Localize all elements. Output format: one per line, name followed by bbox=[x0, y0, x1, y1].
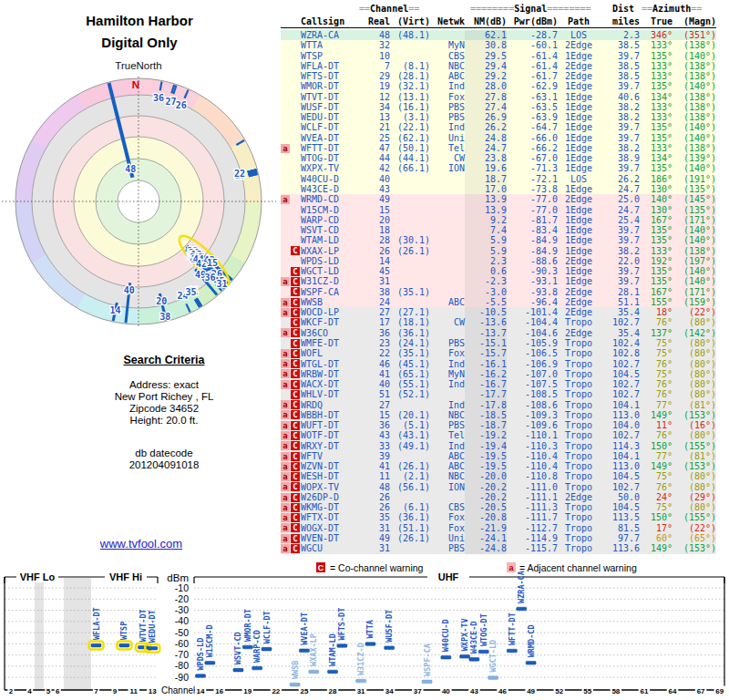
cell-distance: 81.5 bbox=[600, 523, 640, 533]
adjacent-channel-marker: a bbox=[281, 513, 290, 522]
cell-azimuth-magnetic: (140°) bbox=[673, 163, 716, 173]
cell-network: Fox bbox=[430, 523, 465, 533]
cell-azimuth-magnetic: (153°) bbox=[673, 410, 716, 420]
cell-callsign: WTGL-DT bbox=[301, 359, 366, 369]
cell-power-dbm: -111.0 bbox=[507, 482, 558, 492]
cell-path: Tropo bbox=[558, 533, 600, 543]
warning-markers bbox=[281, 30, 301, 40]
cell-path: 1Edge bbox=[558, 246, 600, 256]
dbm-tick-label: -60 bbox=[175, 638, 189, 649]
cell-azimuth-magnetic: (351°) bbox=[673, 30, 716, 40]
cell-real-channel: 32 bbox=[366, 40, 390, 50]
cell-power-dbm: -61.4 bbox=[507, 51, 558, 61]
co-channel-marker: C bbox=[291, 523, 300, 532]
cell-distance: 39.7 bbox=[600, 163, 640, 173]
tvfool-link[interactable]: www.tvfool.com bbox=[100, 537, 182, 551]
signal-bar bbox=[441, 655, 451, 659]
table-row: WZRA-CA48(48.1)62.1-28.7LOS2.3346°(351°) bbox=[281, 30, 716, 40]
table-row: WMOR-DT19(32.1)Ind28.0-62.91Edge39.7135°… bbox=[281, 81, 716, 91]
cell-azimuth-true: 140° bbox=[640, 194, 673, 204]
cell-nm-db: 29.4 bbox=[465, 61, 507, 71]
hdr-callsign: Callsign bbox=[301, 16, 366, 26]
adjacent-channel-marker: a bbox=[281, 195, 290, 204]
adjacent-channel-marker: a bbox=[281, 277, 290, 286]
cell-azimuth-magnetic: (80°) bbox=[673, 471, 716, 481]
table-row: WTOG-DT44(44.1)CW23.8-67.01Edge38.9134°(… bbox=[281, 153, 716, 163]
cell-network: Fox bbox=[430, 348, 465, 358]
header-dist-group: Dist bbox=[612, 4, 634, 14]
cell-real-channel: 10 bbox=[366, 51, 390, 61]
cell-path: 1Edge bbox=[558, 81, 600, 91]
cell-nm-db: 26.2 bbox=[465, 122, 507, 132]
warning-markers: aC bbox=[281, 482, 301, 492]
signal-bar bbox=[119, 643, 129, 647]
cell-real-channel: 47 bbox=[366, 143, 390, 153]
cell-azimuth-true: 133° bbox=[640, 246, 673, 256]
cell-real-channel: 31 bbox=[366, 276, 390, 286]
vhf-gap-band bbox=[35, 578, 44, 690]
cell-power-dbm: -73.8 bbox=[507, 184, 558, 194]
cell-nm-db: 0.6 bbox=[465, 266, 507, 276]
cell-callsign: WOPX-TV bbox=[301, 482, 366, 492]
cell-azimuth-magnetic: (80°) bbox=[673, 317, 716, 327]
cell-azimuth-true: 135° bbox=[640, 51, 673, 61]
cell-virtual-channel: (32.1) bbox=[390, 81, 430, 91]
warning-markers: C bbox=[281, 317, 301, 327]
cell-real-channel: 36 bbox=[366, 420, 390, 430]
signal-bar bbox=[422, 680, 432, 684]
cell-virtual-channel: (24.1) bbox=[390, 338, 430, 348]
cell-virtual-channel bbox=[390, 215, 430, 225]
cell-network: ABC bbox=[430, 71, 465, 81]
cell-path: 1Edge bbox=[558, 225, 600, 235]
cell-path: 1Edge bbox=[558, 122, 600, 132]
cell-path: Tropo bbox=[558, 482, 600, 492]
cell-power-dbm: -108.6 bbox=[507, 400, 558, 410]
cell-azimuth-true: 76° bbox=[640, 430, 673, 440]
co-channel-marker bbox=[291, 41, 300, 50]
warning-markers: aC bbox=[281, 523, 301, 533]
cell-callsign: WXAX-LP bbox=[301, 246, 366, 256]
cell-callsign: WTSP bbox=[301, 51, 366, 61]
cell-power-dbm: -104.4 bbox=[507, 317, 558, 327]
bar-callsign-label: WFTT-DT bbox=[508, 612, 517, 645]
cell-network: ABC bbox=[430, 451, 465, 461]
cell-network: MyN bbox=[430, 369, 465, 379]
cell-path: 1Edge bbox=[558, 133, 600, 143]
co-channel-marker: C bbox=[291, 421, 300, 430]
cell-azimuth-magnetic: (135°) bbox=[673, 184, 716, 194]
cell-azimuth-true: 133° bbox=[640, 143, 673, 153]
cell-distance: 113.0 bbox=[600, 410, 640, 420]
cell-callsign: WZVN-DT bbox=[301, 461, 366, 471]
cell-distance: 39.7 bbox=[600, 133, 640, 143]
cell-virtual-channel: (3.1) bbox=[390, 112, 430, 122]
cell-nm-db: -20.0 bbox=[465, 471, 507, 481]
cell-nm-db: 5.9 bbox=[465, 246, 507, 256]
table-row: WTSP10CBS29.5-61.41Edge39.7135°(140°) bbox=[281, 51, 716, 61]
cell-azimuth-magnetic: (140°) bbox=[673, 133, 716, 143]
cell-network: CW bbox=[430, 317, 465, 327]
cell-distance: 104.5 bbox=[600, 369, 640, 379]
cell-path: 1Edge bbox=[558, 51, 600, 61]
warning-markers bbox=[281, 256, 301, 266]
cell-virtual-channel: (36.1) bbox=[390, 328, 430, 338]
cell-real-channel: 36 bbox=[366, 328, 390, 338]
cell-azimuth-magnetic: (153°) bbox=[673, 461, 716, 471]
table-row: aCWVEN-DT49(26.1)Uni-24.1-114.9Tropo97.7… bbox=[281, 533, 716, 543]
cell-power-dbm: -101.4 bbox=[507, 307, 558, 317]
cell-power-dbm: -84.9 bbox=[507, 246, 558, 256]
cell-azimuth-true: 135° bbox=[640, 133, 673, 143]
warning-markers: aC bbox=[281, 410, 301, 420]
warning-markers: aC bbox=[281, 400, 301, 410]
adjacent-channel-marker: a bbox=[281, 452, 290, 461]
co-channel-marker bbox=[291, 123, 300, 132]
bar-callsign-label: WSVT-CD bbox=[233, 632, 242, 664]
cell-network: Ind bbox=[430, 400, 465, 410]
table-row: W15CM-D1513.9-77.01Edge24.7130°(135°) bbox=[281, 205, 716, 215]
cell-callsign: W26DP-D bbox=[301, 492, 366, 502]
cell-distance: 38.9 bbox=[600, 153, 640, 163]
cell-callsign: WGCU bbox=[301, 543, 366, 553]
cell-path: 1Edge bbox=[558, 163, 600, 173]
cell-virtual-channel: (45.1) bbox=[390, 359, 430, 369]
adjacent-channel-marker: a bbox=[281, 349, 290, 358]
cell-real-channel: 33 bbox=[366, 441, 390, 451]
